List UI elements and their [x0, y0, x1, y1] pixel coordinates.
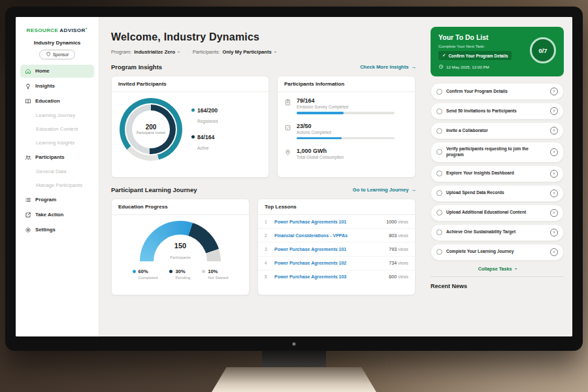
participants-select-value: Only My Participants — [223, 49, 272, 55]
sidebar-item-take-action[interactable]: Take Action — [20, 208, 94, 221]
lesson-link[interactable]: Financial Considerations - VPPAs — [274, 233, 384, 238]
recent-news-title: Recent News — [431, 283, 564, 289]
checkbox-circle-icon[interactable] — [436, 89, 442, 95]
card-title: Education Progress — [112, 199, 249, 215]
shield-icon — [46, 52, 51, 57]
next-task-pill[interactable]: Confirm Your Program Details — [438, 51, 512, 60]
todo-task[interactable]: Send 50 Invitations to Participants — [431, 103, 564, 120]
donut-center-value: 200 — [146, 123, 157, 131]
lesson-link[interactable]: Power Purchase Agreements 102 — [274, 261, 384, 265]
legend-dot — [133, 270, 136, 273]
participants-select-label: Participants: — [193, 49, 220, 55]
lesson-row[interactable]: 2 Financial Considerations - VPPAs 803 v… — [258, 229, 415, 242]
program-select[interactable]: Program: Industrialize Zero — [111, 49, 180, 55]
todo-task[interactable]: Invite a Collaborator — [431, 122, 564, 139]
program-select-value: Industrialize Zero — [134, 49, 175, 55]
lesson-row[interactable]: 3 Power Purchase Agreements 101 793 view… — [258, 242, 415, 256]
participants-information-card: Participants Information 79/164 Emission… — [277, 76, 416, 178]
chevron-right-icon[interactable] — [550, 248, 558, 256]
sidebar-item-settings[interactable]: Settings — [20, 223, 94, 237]
program-select-label: Program: — [111, 49, 131, 55]
info-row-consumption: 1,000 GWh Total Global Consumption — [278, 142, 415, 163]
progress-track — [297, 112, 395, 114]
chevron-right-icon[interactable] — [550, 88, 558, 95]
top-lessons-card: Top Lessons 1 Power Purchase Agreements … — [257, 199, 416, 295]
checkbox-circle-icon[interactable] — [436, 128, 442, 134]
todo-task[interactable]: Upload Spend Data Records — [431, 185, 564, 202]
todo-task[interactable]: Confirm Your Program Details — [431, 83, 564, 100]
checkbox-circle-icon[interactable] — [436, 171, 442, 176]
legend-item-not-started: 10% Not Started — [202, 269, 228, 280]
card-title: Top Lessons — [258, 199, 415, 215]
participants-select[interactable]: Participants: Only My Participants — [193, 49, 276, 55]
sidebar-item-manage-participants[interactable]: Manage Participants — [20, 180, 94, 191]
location-pin-icon — [284, 149, 291, 156]
checkbox-circle-icon[interactable] — [436, 108, 442, 114]
gauge-center-label: Participants — [170, 255, 190, 259]
todo-task[interactable]: Complete Your Learning Journey — [431, 244, 564, 261]
lesson-link[interactable]: Power Purchase Agreements 101 — [274, 247, 384, 252]
sidebar-item-education-content[interactable]: Education Content — [20, 123, 94, 135]
collapse-tasks-button[interactable]: Collapse Tasks — [431, 266, 564, 272]
checkbox-circle-icon[interactable] — [436, 149, 442, 155]
sponsor-badge-label: Sponsor — [53, 52, 69, 57]
logo-advisor: ADVISOR — [59, 27, 85, 33]
legend-dot — [202, 270, 205, 273]
check-more-insights-link[interactable]: Check More Insights — [360, 64, 416, 70]
sidebar-nav: Home Insights Education Learning Journey — [20, 65, 94, 237]
chevron-right-icon[interactable] — [550, 107, 558, 115]
chevron-right-icon[interactable] — [550, 148, 558, 156]
section-title: Participant Learning Journey — [111, 186, 197, 193]
lesson-row[interactable]: 4 Power Purchase Agreements 102 734 view… — [258, 257, 415, 270]
legend-dot — [191, 108, 195, 112]
progress-fill — [297, 112, 344, 114]
checkbox-circle-icon[interactable] — [436, 249, 442, 255]
go-to-learning-journey-link[interactable]: Go to Learning Journey — [353, 187, 416, 193]
todo-task[interactable]: Verify participants requesting to join t… — [431, 142, 564, 163]
learning-journey-header: Participant Learning Journey Go to Learn… — [111, 186, 416, 193]
sponsor-badge: Sponsor — [39, 50, 76, 59]
card-title: Invited Participants — [112, 76, 269, 92]
checkbox-circle-icon[interactable] — [436, 190, 442, 196]
lesson-row[interactable]: 1 Power Purchase Agreements 101 1000 vie… — [258, 215, 415, 229]
monitor-stand-base — [212, 367, 376, 392]
clipboard-icon — [284, 99, 291, 106]
sidebar-item-participants[interactable]: Participants — [20, 151, 94, 164]
learning-cards-row: Education Progress 150 Participants — [111, 199, 416, 295]
org-name: Industry Dynamics — [20, 40, 94, 46]
list-icon — [25, 197, 31, 203]
chevron-right-icon[interactable] — [550, 189, 558, 197]
todo-task[interactable]: Explore Your Insights Dashboard — [431, 165, 564, 182]
sidebar-item-education[interactable]: Education — [20, 95, 94, 108]
card-title: Participants Information — [278, 76, 415, 92]
chevron-right-icon[interactable] — [550, 209, 558, 217]
invited-donut-chart: 200 Participants Invited — [120, 98, 182, 161]
sidebar-item-learning-insights[interactable]: Learning Insights — [20, 137, 94, 149]
checkbox-circle-icon[interactable] — [436, 210, 442, 216]
info-row-emission-survey: 79/164 Emission Survey Completed — [278, 92, 415, 118]
book-icon — [25, 98, 31, 105]
chevron-right-icon[interactable] — [550, 127, 558, 135]
checkbox-circle-icon[interactable] — [436, 229, 442, 235]
sidebar-item-insights[interactable]: Insights — [20, 80, 94, 93]
todo-task[interactable]: Achieve One Sustainability Target — [431, 224, 564, 241]
chevron-right-icon[interactable] — [550, 170, 558, 178]
check-icon — [442, 53, 446, 58]
donut-legend: 164/200 Registered 84/164 Active — [191, 107, 218, 152]
lesson-row[interactable]: 5 Power Purchase Agreements 103 600 view… — [258, 270, 415, 284]
education-progress-card: Education Progress 150 Participants — [111, 199, 250, 295]
gauge-legend: 60% Completed 30% Pending — [133, 269, 229, 280]
sidebar-item-learning-journey[interactable]: Learning Journey — [20, 110, 94, 122]
monitor-frame: RESOURCE ADVISOR+ Industry Dynamics Spon… — [5, 7, 583, 351]
todo-due: 12 May 2025, 12:00 PM — [438, 64, 556, 69]
chevron-right-icon[interactable] — [550, 229, 558, 237]
gauge-center-value: 150 — [140, 242, 221, 250]
lesson-link[interactable]: Power Purchase Agreements 103 — [274, 274, 384, 279]
sidebar-item-program[interactable]: Program — [20, 193, 94, 206]
sidebar-item-home[interactable]: Home — [20, 65, 94, 78]
arrow-right-icon — [411, 64, 416, 70]
sidebar-item-general-data[interactable]: General Data — [20, 166, 94, 178]
lesson-link[interactable]: Power Purchase Agreements 101 — [274, 220, 381, 224]
legend-item-active: 84/164 Active — [191, 134, 218, 152]
todo-task[interactable]: Upload Additional Educational Content — [431, 204, 564, 221]
